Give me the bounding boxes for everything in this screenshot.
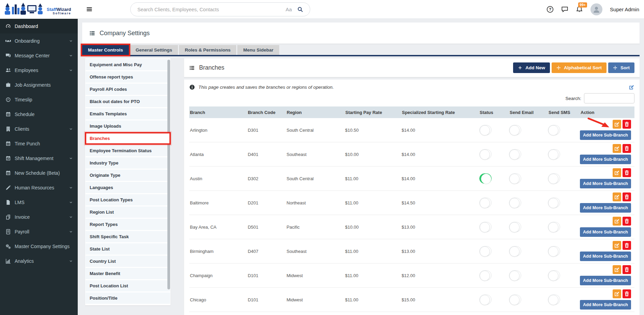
edit-branch-button[interactable] <box>613 241 621 250</box>
tab[interactable]: General Settings <box>130 45 178 55</box>
alphabetical-sort-button[interactable]: Alphabetical Sort <box>552 62 606 73</box>
send-email-toggle[interactable] <box>509 125 521 135</box>
delete-branch-button[interactable] <box>623 217 631 226</box>
status-toggle[interactable] <box>479 246 492 256</box>
send-sms-toggle[interactable] <box>548 149 560 159</box>
settings-list-item[interactable]: Emails Templates <box>86 108 170 119</box>
send-email-toggle[interactable] <box>509 198 521 208</box>
sidebar-item[interactable]: Payroll <box>0 224 78 239</box>
delete-branch-button[interactable] <box>623 144 631 153</box>
settings-list-item[interactable]: Country List <box>86 256 170 267</box>
send-sms-toggle[interactable] <box>548 246 560 256</box>
send-email-toggle[interactable] <box>509 149 521 159</box>
add-more-sub-branch-button[interactable]: Add More Sub-Branch <box>580 300 631 310</box>
settings-list-item[interactable]: Industry Type <box>86 157 170 169</box>
sidebar-item[interactable]: Analytics <box>0 254 78 268</box>
settings-list-item[interactable]: Image Uploads <box>86 120 170 132</box>
send-email-toggle[interactable] <box>509 295 521 305</box>
status-toggle[interactable] <box>479 270 492 281</box>
user-menu[interactable]: Super Admin <box>610 6 639 12</box>
delete-branch-button[interactable] <box>623 192 631 201</box>
send-email-toggle[interactable] <box>509 246 521 256</box>
scrollbar-thumb[interactable] <box>167 60 170 289</box>
settings-list-item[interactable]: Payroll API codes <box>86 84 170 95</box>
add-more-sub-branch-button[interactable]: Add More Sub-Branch <box>580 252 631 261</box>
sidebar-item[interactable]: Message Center <box>0 48 78 63</box>
sidebar-item[interactable]: New Schedule (Beta) <box>0 166 78 180</box>
sidebar-item[interactable]: Timeslip <box>0 92 78 107</box>
settings-list-item[interactable]: Employee Termination Status <box>86 145 170 156</box>
sidebar-item[interactable]: Master Company Settings <box>0 239 78 254</box>
settings-list-item[interactable]: Equipment and Misc Pay <box>86 59 170 70</box>
settings-list-item[interactable]: Post Location List <box>86 280 170 291</box>
sidebar-item[interactable]: Job Assignments <box>0 77 78 92</box>
settings-list-item[interactable]: State List <box>86 243 170 255</box>
send-sms-toggle[interactable] <box>548 173 560 184</box>
status-toggle[interactable] <box>479 198 492 208</box>
sidebar-item[interactable]: Shift Management <box>0 151 78 166</box>
chat-icon[interactable] <box>561 6 568 13</box>
settings-list-item[interactable]: Position/Title <box>86 292 170 304</box>
send-email-toggle[interactable] <box>509 173 521 184</box>
settings-list-item[interactable]: Languages <box>86 182 170 193</box>
settings-list-item[interactable]: Offense report types <box>86 71 170 83</box>
settings-list-item[interactable]: Shift Specific Task <box>86 231 170 242</box>
delete-branch-button[interactable] <box>623 168 631 177</box>
status-toggle[interactable] <box>479 295 492 305</box>
staffwizard-logo[interactable]: StaffWizard Software <box>0 0 78 19</box>
add-more-sub-branch-button[interactable]: Add More Sub-Branch <box>580 130 631 140</box>
sidebar-item[interactable]: Invoice <box>0 210 78 224</box>
edit-description-icon[interactable] <box>629 84 634 90</box>
tab[interactable]: Menu Sidebar <box>237 45 279 55</box>
edit-branch-button[interactable] <box>613 192 621 201</box>
status-toggle[interactable] <box>479 149 492 159</box>
add-new-button[interactable]: Add New <box>513 62 550 73</box>
sidebar-item[interactable]: Schedule <box>0 107 78 121</box>
sidebar-item[interactable]: Clients <box>0 121 78 136</box>
send-email-toggle[interactable] <box>509 270 521 281</box>
global-search[interactable]: Aa <box>130 2 310 16</box>
delete-branch-button[interactable] <box>623 289 631 298</box>
send-sms-toggle[interactable] <box>548 270 560 281</box>
settings-list-item[interactable]: Originate Type <box>86 170 170 181</box>
sidebar-item[interactable]: Employees <box>0 63 78 77</box>
status-toggle[interactable] <box>479 173 492 184</box>
edit-branch-button[interactable] <box>613 168 621 177</box>
settings-list-item[interactable]: Report Types <box>86 219 170 230</box>
send-sms-toggle[interactable] <box>548 125 560 135</box>
sidebar-item[interactable]: Time Punch <box>0 136 78 151</box>
settings-list-item[interactable]: Region List <box>86 206 170 218</box>
case-sensitivity-toggle[interactable]: Aa <box>286 6 292 12</box>
edit-branch-button[interactable] <box>613 120 621 129</box>
sidebar-item[interactable]: Dashboard <box>0 19 78 33</box>
sidebar-item[interactable]: Onboarding <box>0 33 78 48</box>
settings-list-item[interactable]: Branches <box>86 133 170 144</box>
edit-branch-button[interactable] <box>613 265 621 274</box>
send-sms-toggle[interactable] <box>548 222 560 232</box>
sidebar-item[interactable]: LMS <box>0 195 78 210</box>
settings-list-item[interactable]: Black out dates for PTO <box>86 96 170 107</box>
add-more-sub-branch-button[interactable]: Add More Sub-Branch <box>580 179 631 188</box>
add-more-sub-branch-button[interactable]: Add More Sub-Branch <box>580 276 631 285</box>
hamburger-menu-icon[interactable] <box>86 6 93 13</box>
help-icon[interactable]: ? <box>546 6 554 13</box>
settings-list-item[interactable]: Post Location Types <box>86 194 170 205</box>
send-sms-toggle[interactable] <box>548 295 560 305</box>
edit-branch-button[interactable] <box>613 217 621 226</box>
global-search-input[interactable] <box>137 7 286 12</box>
add-more-sub-branch-button[interactable]: Add More Sub-Branch <box>580 227 631 237</box>
sidebar-item[interactable]: Human Resources <box>0 180 78 195</box>
status-toggle[interactable] <box>479 125 492 135</box>
settings-list-item[interactable]: Master Benefit <box>86 268 170 279</box>
delete-branch-button[interactable] <box>623 241 631 250</box>
table-search-input[interactable] <box>584 93 634 103</box>
delete-branch-button[interactable] <box>623 120 631 129</box>
notifications-bell[interactable]: 99+ <box>576 6 583 13</box>
delete-branch-button[interactable] <box>623 265 631 274</box>
edit-branch-button[interactable] <box>613 144 621 153</box>
add-more-sub-branch-button[interactable]: Add More Sub-Branch <box>580 155 631 164</box>
settings-scrollbar[interactable] <box>167 60 170 304</box>
edit-branch-button[interactable] <box>613 289 621 298</box>
search-icon[interactable] <box>297 6 303 12</box>
send-email-toggle[interactable] <box>509 222 521 232</box>
